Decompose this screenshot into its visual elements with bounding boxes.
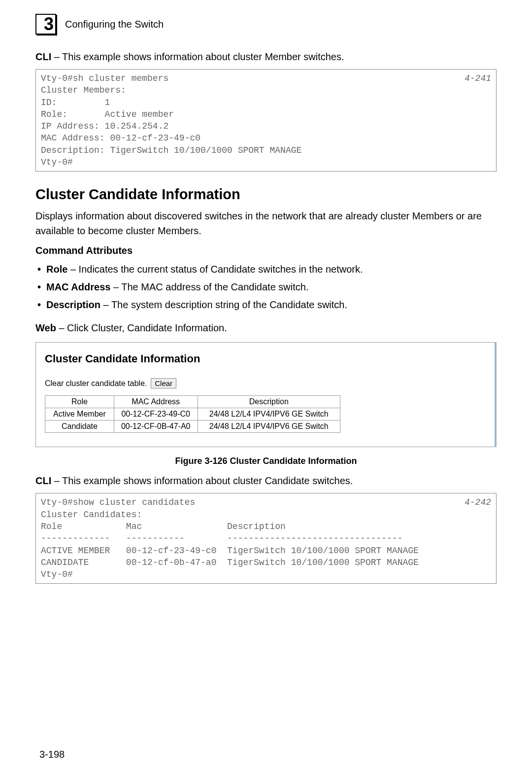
cell-role: Candidate — [45, 421, 114, 433]
cli1-pageref: 4-241 — [460, 72, 491, 168]
web-ui-title: Cluster Candidate Information — [45, 352, 486, 365]
attr-term: Description — [46, 299, 100, 310]
chapter-title: Configuring the Switch — [65, 19, 164, 30]
cli2-intro-rest: – This example shows information about c… — [51, 475, 353, 486]
cell-mac: 00-12-CF-23-49-C0 — [114, 408, 198, 421]
cli2-text: Vty-0#show cluster candidates Cluster Ca… — [41, 496, 419, 580]
section-heading: Cluster Candidate Information — [35, 186, 497, 203]
cli1-intro-rest: – This example shows information about c… — [51, 51, 344, 62]
attr-item: Description – The system description str… — [35, 297, 497, 313]
cli2-intro-bold: CLI — [35, 475, 51, 486]
attr-def: – The system description string of the C… — [100, 299, 347, 310]
attr-def: – Indicates the current status of Candid… — [67, 264, 363, 275]
web-ui-panel: Cluster Candidate Information Clear clus… — [35, 342, 497, 447]
cell-role: Active Member — [45, 408, 114, 421]
candidate-table: Role MAC Address Description Active Memb… — [45, 395, 340, 433]
cli2-pageref: 4-242 — [460, 496, 491, 580]
cell-mac: 00-12-CF-0B-47-A0 — [114, 421, 198, 433]
web-intro-rest: – Click Cluster, Candidate Information. — [56, 322, 227, 333]
cli1-intro: CLI – This example shows information abo… — [35, 49, 497, 64]
attr-item: Role – Indicates the current status of C… — [35, 261, 497, 277]
command-attributes-heading: Command Attributes — [35, 245, 497, 256]
cell-desc: 24/48 L2/L4 IPV4/IPV6 GE Switch — [198, 408, 340, 421]
cli2-intro: CLI – This example shows information abo… — [35, 473, 497, 488]
attr-item: MAC Address – The MAC address of the Can… — [35, 279, 497, 295]
col-desc-header: Description — [198, 396, 340, 408]
page-header: 3 Configuring the Switch — [35, 14, 497, 35]
section-description: Displays information about discovered sw… — [35, 209, 497, 238]
cli1-intro-bold: CLI — [35, 51, 51, 62]
page-number: 3-198 — [39, 749, 65, 760]
chapter-badge: 3 — [35, 14, 56, 35]
cell-desc: 24/48 L2/L4 IPV4/IPV6 GE Switch — [198, 421, 340, 433]
clear-row: Clear cluster candidate table. Clear — [45, 378, 486, 388]
cli2-block: Vty-0#show cluster candidates Cluster Ca… — [35, 493, 497, 584]
attr-term: Role — [46, 264, 67, 275]
web-intro: Web – Click Cluster, Candidate Informati… — [35, 320, 497, 335]
cli1-text: Vty-0#sh cluster members Cluster Members… — [41, 72, 301, 168]
figure-caption: Figure 3-126 Cluster Candidate Informati… — [35, 456, 497, 466]
command-attributes-list: Role – Indicates the current status of C… — [35, 261, 497, 313]
table-row: Candidate 00-12-CF-0B-47-A0 24/48 L2/L4 … — [45, 421, 340, 433]
attr-term: MAC Address — [46, 281, 110, 292]
chapter-number: 3 — [44, 15, 54, 33]
cli1-block: Vty-0#sh cluster members Cluster Members… — [35, 69, 497, 172]
table-row: Active Member 00-12-CF-23-49-C0 24/48 L2… — [45, 408, 340, 421]
table-header-row: Role MAC Address Description — [45, 396, 340, 408]
clear-button[interactable]: Clear — [151, 378, 176, 388]
attr-def: – The MAC address of the Candidate switc… — [110, 281, 308, 292]
clear-label: Clear cluster candidate table. — [45, 379, 147, 388]
col-mac-header: MAC Address — [114, 396, 198, 408]
web-intro-bold: Web — [35, 322, 56, 333]
col-role-header: Role — [45, 396, 114, 408]
